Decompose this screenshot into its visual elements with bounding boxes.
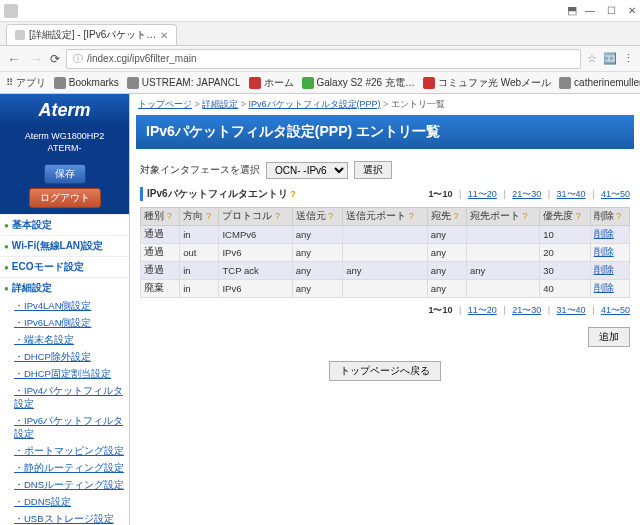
column-header: 方向 ? (180, 208, 219, 226)
nav-group-header[interactable]: ●基本設定 (0, 214, 129, 235)
nav-item[interactable]: ・DDNS設定 (0, 494, 129, 511)
help-icon[interactable]: ? (576, 211, 581, 221)
breadcrumb-link[interactable]: IPv6パケットフィルタ設定(PPP) (249, 99, 381, 109)
forward-button[interactable]: → (28, 51, 44, 67)
delete-cell: 削除 (590, 226, 629, 244)
help-icon[interactable]: ? (206, 211, 211, 221)
pager-link[interactable]: 31〜40 (557, 305, 586, 315)
column-header: 優先度 ? (540, 208, 591, 226)
table-cell: 30 (540, 262, 591, 280)
nav-item[interactable]: ・DHCP固定割当設定 (0, 366, 129, 383)
delete-link[interactable]: 削除 (594, 264, 614, 275)
help-icon[interactable]: ? (167, 211, 172, 221)
nav-item[interactable]: ・IPv4パケットフィルタ設定 (0, 383, 129, 413)
pager-link[interactable]: 21〜30 (512, 189, 541, 199)
page-info-icon[interactable]: ⓘ (73, 52, 83, 66)
browser-tab[interactable]: [詳細設定] - [IPv6パケット… ✕ (6, 24, 177, 45)
table-cell: 通過 (141, 262, 180, 280)
table-cell: 廃棄 (141, 280, 180, 298)
nav-item[interactable]: ・DHCP除外設定 (0, 349, 129, 366)
close-button[interactable]: ✕ (628, 5, 636, 16)
bullet-icon: ● (4, 242, 9, 251)
help-icon[interactable]: ? (409, 211, 414, 221)
back-button[interactable]: ← (6, 51, 22, 67)
delete-link[interactable]: 削除 (594, 228, 614, 239)
delete-link[interactable]: 削除 (594, 282, 614, 293)
save-button[interactable]: 保存 (44, 164, 86, 184)
table-cell: any (466, 262, 539, 280)
pager-link[interactable]: 1〜10 (428, 305, 452, 315)
help-icon[interactable]: ? (453, 211, 458, 221)
bookmark-item[interactable]: catherinemuller.fr (559, 77, 640, 89)
interface-select[interactable]: OCN- -IPv6 (266, 162, 348, 179)
nav-item[interactable]: ・IPv6パケットフィルタ設定 (0, 413, 129, 443)
reload-button[interactable]: ⟳ (50, 52, 60, 66)
url-text: /index.cgi/ipv6filter_main (87, 53, 197, 64)
help-icon[interactable]: ? (290, 189, 296, 199)
help-icon[interactable]: ? (328, 211, 333, 221)
bookmark-item[interactable]: Galaxy S2 #26 充電… (302, 76, 415, 90)
nav-item[interactable]: ・IPv4LAN側設定 (0, 298, 129, 315)
pager-link[interactable]: 1〜10 (428, 189, 452, 199)
nav-item[interactable]: ・静的ルーティング設定 (0, 460, 129, 477)
nav-group-header[interactable]: ●ECOモード設定 (0, 256, 129, 277)
logo: Aterm (0, 94, 129, 127)
column-header: 種別 ? (141, 208, 180, 226)
add-button[interactable]: 追加 (588, 327, 630, 347)
address-bar[interactable]: ⓘ /index.cgi/ipv6filter_main (66, 49, 581, 69)
nav-item[interactable]: ・端末名設定 (0, 332, 129, 349)
pager-link[interactable]: 11〜20 (468, 305, 497, 315)
translate-icon[interactable]: 🈁 (603, 52, 617, 65)
column-header: 宛先 ? (427, 208, 466, 226)
pager-link[interactable]: 11〜20 (468, 189, 497, 199)
table-row: 通過inICMPv6anyany10削除 (141, 226, 630, 244)
nav-item[interactable]: ・ポートマッピング設定 (0, 443, 129, 460)
nav-group-header[interactable]: ●Wi-Fi(無線LAN)設定 (0, 235, 129, 256)
restore-icon[interactable]: ⬒ (567, 4, 577, 17)
help-icon[interactable]: ? (616, 211, 621, 221)
pager-link[interactable]: 41〜50 (601, 305, 630, 315)
pager-link[interactable]: 21〜30 (512, 305, 541, 315)
bookmark-item[interactable]: USTREAM: JAPANCL (127, 77, 241, 89)
column-header: 送信元 ? (292, 208, 343, 226)
top-page-button[interactable]: トップページへ戻る (329, 361, 441, 381)
help-icon[interactable]: ? (275, 211, 280, 221)
breadcrumb-link[interactable]: トップページ (138, 99, 192, 109)
table-cell (343, 244, 428, 262)
browser-menu-icon[interactable]: ⋮ (623, 52, 634, 65)
table-cell: IPv6 (219, 244, 292, 262)
nav-item[interactable]: ・USBストレージ設定 (0, 511, 129, 525)
nav-group-header[interactable]: ●詳細設定 (0, 277, 129, 298)
column-header: 削除 ? (590, 208, 629, 226)
page-title: IPv6パケットフィルタ設定(PPP) エントリ一覧 (136, 115, 634, 149)
nav-item[interactable]: ・IPv6LAN側設定 (0, 315, 129, 332)
breadcrumb: トップページ > 詳細設定 > IPv6パケットフィルタ設定(PPP) > エン… (130, 94, 640, 115)
select-button[interactable]: 選択 (354, 161, 392, 179)
logout-button[interactable]: ログアウト (29, 188, 101, 208)
nav-item[interactable]: ・DNSルーティング設定 (0, 477, 129, 494)
table-cell (466, 226, 539, 244)
bookmark-item[interactable]: Bookmarks (54, 77, 119, 89)
column-header: 送信元ポート ? (343, 208, 428, 226)
bullet-icon: ● (4, 263, 9, 272)
bookmark-item[interactable]: ホーム (249, 76, 294, 90)
minimize-button[interactable]: — (585, 5, 595, 16)
bookmark-star-icon[interactable]: ☆ (587, 52, 597, 65)
table-cell: any (292, 280, 343, 298)
sidebar: Aterm Aterm WG1800HP2 ATERM- 保存 ログアウト ●基… (0, 94, 130, 525)
delete-link[interactable]: 削除 (594, 246, 614, 257)
breadcrumb-link[interactable]: 詳細設定 (202, 99, 238, 109)
pager-link[interactable]: 31〜40 (557, 189, 586, 199)
pager-link[interactable]: 41〜50 (601, 189, 630, 199)
help-icon[interactable]: ? (523, 211, 528, 221)
tab-close-icon[interactable]: ✕ (160, 30, 168, 41)
bookmark-item[interactable]: コミュファ光 Webメール (423, 76, 551, 90)
tab-favicon (15, 30, 25, 40)
table-cell: 10 (540, 226, 591, 244)
table-cell: in (180, 226, 219, 244)
table-cell: 40 (540, 280, 591, 298)
table-cell (343, 226, 428, 244)
maximize-button[interactable]: ☐ (607, 5, 616, 16)
apps-button[interactable]: ⠿ アプリ (6, 76, 46, 90)
pager-bottom: 1〜10 | 11〜20 | 21〜30 | 31〜40 | 41〜50 (424, 305, 630, 315)
